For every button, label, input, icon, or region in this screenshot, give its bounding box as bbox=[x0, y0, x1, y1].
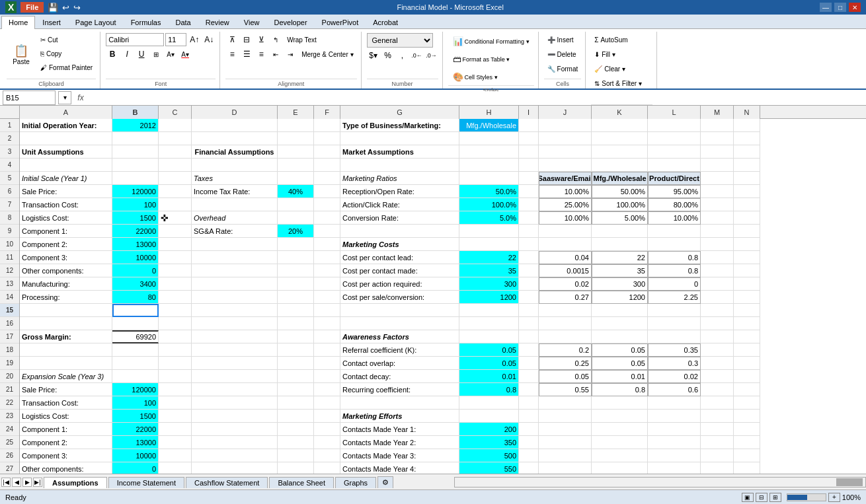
cell-j18[interactable]: 0.2 bbox=[539, 343, 592, 357]
cell-b16[interactable] bbox=[112, 317, 159, 330]
col-header-g[interactable]: G bbox=[340, 106, 459, 119]
cell-j15[interactable] bbox=[539, 304, 592, 317]
cell-c10[interactable] bbox=[159, 238, 192, 251]
row-num-21[interactable]: 21 bbox=[0, 383, 19, 396]
format-button[interactable]: 🔧 Format bbox=[544, 62, 582, 75]
cell-h17[interactable] bbox=[459, 330, 519, 343]
cell-f17[interactable] bbox=[314, 330, 340, 343]
sheet-nav-first[interactable]: |◀ bbox=[1, 478, 11, 487]
cell-i1[interactable] bbox=[519, 119, 539, 132]
cell-j26[interactable] bbox=[539, 449, 592, 462]
cell-e1[interactable] bbox=[278, 119, 314, 132]
cell-h11[interactable]: 22 bbox=[459, 251, 519, 264]
cell-g25[interactable]: Contacts Made Year 2: bbox=[340, 436, 459, 449]
col-header-e[interactable]: E bbox=[278, 106, 314, 119]
align-bottom-button[interactable]: ⊻ bbox=[255, 33, 268, 46]
cell-n23[interactable] bbox=[734, 410, 760, 423]
align-top-button[interactable]: ⊼ bbox=[225, 33, 239, 46]
bold-button[interactable]: B bbox=[106, 48, 119, 61]
cell-h2[interactable] bbox=[459, 132, 519, 145]
cell-m24[interactable] bbox=[701, 423, 734, 436]
cell-g7[interactable]: Action/Click Rate: bbox=[340, 198, 459, 211]
cell-f12[interactable] bbox=[314, 264, 340, 277]
cell-f22[interactable] bbox=[314, 396, 340, 410]
cell-j9[interactable] bbox=[539, 225, 592, 238]
cell-i26[interactable] bbox=[519, 449, 539, 462]
cell-h4[interactable] bbox=[459, 159, 519, 172]
row-num-24[interactable]: 24 bbox=[0, 423, 19, 436]
cell-j10[interactable] bbox=[539, 238, 592, 251]
col-header-h[interactable]: H bbox=[459, 106, 519, 119]
cell-h23[interactable] bbox=[459, 410, 519, 423]
cell-m10[interactable] bbox=[701, 238, 734, 251]
font-name-input[interactable] bbox=[106, 33, 164, 46]
cell-f9[interactable] bbox=[314, 225, 340, 238]
cell-k12[interactable]: 35 bbox=[592, 264, 648, 277]
row-num-22[interactable]: 22 bbox=[0, 396, 19, 410]
cell-n10[interactable] bbox=[734, 238, 760, 251]
cell-e21[interactable] bbox=[278, 383, 314, 396]
decrease-decimal-button[interactable]: .0← bbox=[411, 49, 424, 62]
cell-e16[interactable] bbox=[278, 317, 314, 330]
row-num-27[interactable]: 27 bbox=[0, 462, 19, 474]
cell-e25[interactable] bbox=[278, 436, 314, 449]
cell-j12[interactable]: 0.0015 bbox=[539, 264, 592, 277]
row-num-2[interactable]: 2 bbox=[0, 132, 19, 145]
border-button[interactable]: ⊞ bbox=[149, 48, 163, 61]
normal-view-button[interactable]: ▣ bbox=[742, 493, 754, 502]
sheet-tab-income[interactable]: Income Statement bbox=[108, 477, 184, 488]
cell-b5[interactable] bbox=[112, 172, 159, 185]
cell-g22[interactable] bbox=[340, 396, 459, 410]
wrap-text-button[interactable]: Wrap Text bbox=[284, 33, 320, 46]
cell-j22[interactable] bbox=[539, 396, 592, 410]
cell-c17[interactable] bbox=[159, 330, 192, 343]
cell-k23[interactable] bbox=[592, 410, 648, 423]
cell-m5[interactable] bbox=[701, 172, 734, 185]
cell-n3[interactable] bbox=[734, 145, 760, 159]
cell-m7[interactable] bbox=[701, 198, 734, 211]
cell-n20[interactable] bbox=[734, 370, 760, 383]
cell-j5[interactable]: Saasware/Email bbox=[539, 172, 592, 185]
cell-l8[interactable]: 10.00% bbox=[648, 211, 701, 225]
cell-h1[interactable]: Mfg./Wholesale bbox=[459, 119, 519, 132]
row-num-26[interactable]: 26 bbox=[0, 449, 19, 462]
format-table-button[interactable]: 🗃 Format as Table ▾ bbox=[448, 51, 515, 67]
cell-n24[interactable] bbox=[734, 423, 760, 436]
cell-f25[interactable] bbox=[314, 436, 340, 449]
sort-filter-button[interactable]: ⇅ Sort & Filter ▾ bbox=[591, 77, 645, 90]
cell-c22[interactable] bbox=[159, 396, 192, 410]
cell-l11[interactable]: 0.8 bbox=[648, 251, 701, 264]
cell-m15[interactable] bbox=[701, 304, 734, 317]
cell-l22[interactable] bbox=[648, 396, 701, 410]
cell-k1[interactable] bbox=[592, 119, 648, 132]
cell-j16[interactable] bbox=[539, 317, 592, 330]
col-header-c[interactable]: C bbox=[159, 106, 192, 119]
sheet-tab-cashflow[interactable]: Cashflow Statement bbox=[186, 477, 268, 488]
cell-b7[interactable]: 100 bbox=[112, 198, 159, 211]
cell-h27[interactable]: 550 bbox=[459, 462, 519, 474]
cell-k25[interactable] bbox=[592, 436, 648, 449]
cell-d6[interactable]: Income Tax Rate: bbox=[192, 185, 278, 198]
cell-g23[interactable]: Marketing Efforts bbox=[340, 410, 459, 423]
cell-g14[interactable]: Cost per sale/conversion: bbox=[340, 291, 459, 304]
cell-i11[interactable] bbox=[519, 251, 539, 264]
cell-j13[interactable]: 0.02 bbox=[539, 277, 592, 291]
cell-i2[interactable] bbox=[519, 132, 539, 145]
tab-acrobat[interactable]: Acrobat bbox=[366, 16, 405, 28]
cell-k22[interactable] bbox=[592, 396, 648, 410]
cell-n4[interactable] bbox=[734, 159, 760, 172]
cell-n6[interactable] bbox=[734, 185, 760, 198]
cell-j14[interactable]: 0.27 bbox=[539, 291, 592, 304]
cell-e15[interactable] bbox=[278, 304, 314, 317]
cell-e5[interactable] bbox=[278, 172, 314, 185]
cell-g20[interactable]: Contact decay: bbox=[340, 370, 459, 383]
cell-c25[interactable] bbox=[159, 436, 192, 449]
cell-b15[interactable] bbox=[112, 304, 159, 317]
cell-k24[interactable] bbox=[592, 423, 648, 436]
cell-c14[interactable] bbox=[159, 291, 192, 304]
cell-g16[interactable] bbox=[340, 317, 459, 330]
cell-d10[interactable] bbox=[192, 238, 278, 251]
cell-i27[interactable] bbox=[519, 462, 539, 474]
tab-powerpivot[interactable]: PowerPivot bbox=[315, 16, 366, 28]
cell-j17[interactable] bbox=[539, 330, 592, 343]
